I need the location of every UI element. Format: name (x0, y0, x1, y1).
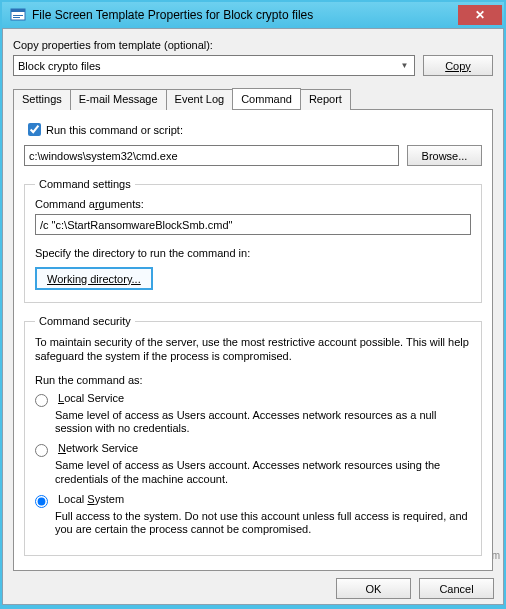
svg-rect-1 (11, 9, 25, 12)
command-arguments-label: Command arguments: (35, 198, 471, 210)
radio-local-service[interactable] (35, 394, 48, 407)
tabstrip: Settings E-mail Message Event Log Comman… (13, 88, 493, 109)
local-service-desc: Same level of access as Users account. A… (55, 409, 471, 437)
template-select[interactable]: Block crypto files ▼ (13, 55, 415, 76)
tab-email[interactable]: E-mail Message (70, 89, 167, 110)
command-arguments-input[interactable] (35, 214, 471, 235)
svg-rect-2 (13, 15, 23, 16)
window-title: File Screen Template Properties for Bloc… (32, 8, 458, 22)
network-service-label: Network Service (58, 442, 138, 454)
copy-template-label: Copy properties from template (optional)… (13, 39, 493, 51)
app-icon (10, 7, 26, 23)
tab-command[interactable]: Command (232, 88, 301, 109)
security-note: To maintain security of the server, use … (35, 335, 471, 364)
copy-button-label: Copy (445, 60, 471, 72)
local-system-desc: Full access to the system. Do not use th… (55, 510, 471, 538)
run-command-checkbox[interactable] (28, 123, 41, 136)
run-command-label: Run this command or script: (46, 124, 183, 136)
tab-eventlog[interactable]: Event Log (166, 89, 234, 110)
close-button[interactable]: ✕ (458, 5, 502, 25)
browse-button[interactable]: Browse... (407, 145, 482, 166)
ok-button[interactable]: OK (336, 578, 411, 599)
template-selected-value: Block crypto files (18, 60, 101, 72)
svg-rect-3 (13, 17, 20, 18)
close-icon: ✕ (475, 8, 485, 22)
copy-button[interactable]: Copy (423, 55, 493, 76)
tabpanel-command: Run this command or script: Browse... Co… (13, 109, 493, 571)
cancel-button[interactable]: Cancel (419, 578, 494, 599)
chevron-down-icon: ▼ (397, 58, 412, 73)
command-security-legend: Command security (35, 315, 135, 327)
command-settings-legend: Command settings (35, 178, 135, 190)
specify-directory-label: Specify the directory to run the command… (35, 247, 471, 259)
command-path-input[interactable] (24, 145, 399, 166)
run-as-label: Run the command as: (35, 374, 471, 386)
local-system-label: Local System (58, 493, 124, 505)
command-settings-group: Command settings Command arguments: Spec… (24, 178, 482, 303)
radio-network-service[interactable] (35, 444, 48, 457)
titlebar: File Screen Template Properties for Bloc… (2, 2, 504, 28)
dialog-footer: OK Cancel (336, 578, 494, 599)
tab-report[interactable]: Report (300, 89, 351, 110)
working-directory-label: Working directory... (47, 273, 141, 285)
working-directory-button[interactable]: Working directory... (35, 267, 153, 290)
network-service-desc: Same level of access as Users account. A… (55, 459, 471, 487)
tab-settings[interactable]: Settings (13, 89, 71, 110)
radio-local-system[interactable] (35, 495, 48, 508)
client-area: Copy properties from template (optional)… (2, 28, 504, 605)
local-service-label: Local Service (58, 392, 124, 404)
command-security-group: Command security To maintain security of… (24, 315, 482, 556)
